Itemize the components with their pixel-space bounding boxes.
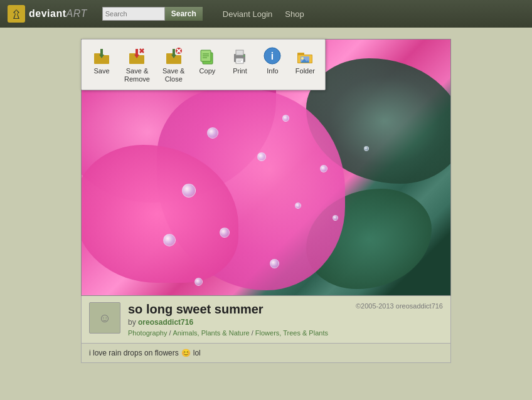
artwork-details: so long sweet summer by oreosaddict716 P…: [128, 302, 348, 337]
artwork-author-link[interactable]: oreosaddict716: [138, 318, 193, 327]
breadcrumb-nature[interactable]: Animals, Plants & Nature: [173, 329, 249, 337]
info-label: Info: [267, 67, 278, 75]
avatar: ☺: [89, 302, 120, 334]
save-close-button[interactable]: Save & Close: [157, 43, 189, 86]
save-icon: [92, 46, 112, 66]
artwork-by-line: by oreosaddict716: [128, 318, 348, 327]
nav-links: Deviant Login Shop: [223, 9, 304, 19]
copy-button[interactable]: Copy: [192, 43, 222, 86]
svg-rect-28: [237, 60, 242, 61]
comment-text: i love rain drops on flowers: [89, 349, 179, 357]
header: deviantART Search Deviant Login Shop: [0, 0, 532, 28]
folder-label: Folder: [295, 67, 315, 75]
save-label: Save: [93, 67, 109, 75]
svg-rect-9: [136, 49, 138, 55]
svg-rect-5: [100, 49, 103, 55]
search-input[interactable]: [102, 7, 165, 21]
svg-rect-29: [237, 61, 241, 63]
artwork-info: ☺ so long sweet summer by oreosaddict716…: [81, 296, 451, 344]
breadcrumb-flowers[interactable]: Flowers, Trees & Plants: [255, 329, 328, 337]
folder-button[interactable]: Folder: [290, 43, 320, 86]
main-content: Save Save & Remove: [0, 28, 532, 400]
toolbar: Save Save & Remove: [81, 39, 326, 90]
info-icon: i: [262, 46, 282, 66]
avatar-emoji: ☺: [98, 311, 111, 325]
search-button[interactable]: Search: [165, 7, 203, 21]
copy-icon: [197, 46, 217, 66]
comment-emoji: 😊: [181, 349, 191, 357]
folder-icon: [295, 46, 315, 66]
save-remove-button[interactable]: Save & Remove: [119, 43, 155, 86]
comment-suffix: lol: [193, 349, 201, 357]
search-area: Search: [102, 7, 203, 21]
deviantart-logo-icon: [8, 5, 25, 23]
comment-area: i love rain drops on flowers 😊 lol: [81, 344, 451, 363]
save-remove-icon: [127, 46, 147, 66]
nav-shop[interactable]: Shop: [285, 9, 304, 19]
nav-deviant-login[interactable]: Deviant Login: [223, 9, 273, 19]
save-close-icon: [164, 46, 184, 66]
image-wrapper: Save Save & Remove: [81, 39, 451, 296]
svg-point-30: [243, 55, 245, 57]
breadcrumb-photography[interactable]: Photography: [128, 329, 167, 337]
copyright-text: ©2005-2013 oreosaddict716: [356, 302, 443, 310]
logo-area: deviantART: [8, 5, 87, 23]
print-icon: [230, 46, 250, 66]
svg-rect-26: [236, 50, 243, 55]
save-remove-label: Save & Remove: [124, 67, 150, 83]
copy-label: Copy: [200, 67, 216, 75]
svg-text:i: i: [271, 51, 274, 61]
svg-point-37: [301, 57, 304, 60]
print-label: Print: [233, 67, 247, 75]
artwork-breadcrumb: Photography / Animals, Plants & Nature /…: [128, 329, 348, 337]
save-close-label: Save & Close: [162, 67, 184, 83]
info-button[interactable]: i Info: [257, 43, 287, 86]
artwork-title: so long sweet summer: [128, 302, 348, 317]
svg-rect-15: [173, 49, 175, 55]
save-button[interactable]: Save: [87, 43, 117, 86]
print-button[interactable]: Print: [225, 43, 255, 86]
logo-text: deviantART: [29, 8, 87, 19]
svg-rect-27: [236, 58, 243, 63]
